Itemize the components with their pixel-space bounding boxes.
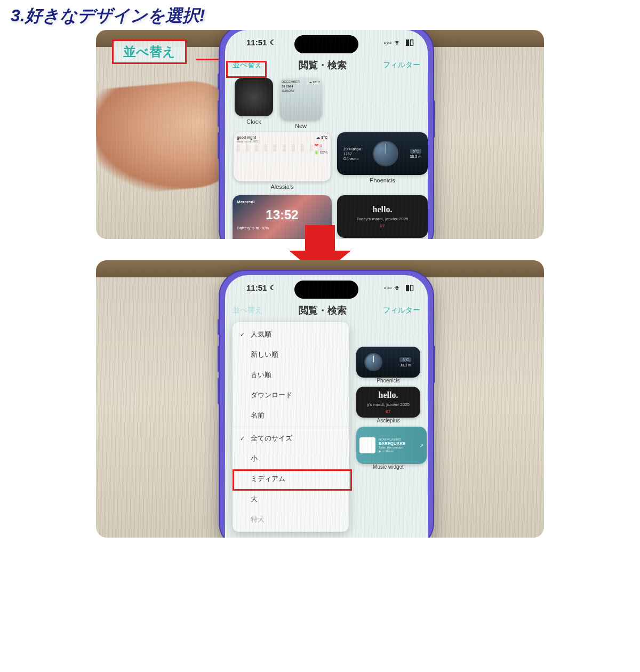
status-time: 11:51 [246, 283, 267, 292]
page-title: 閲覧・検索 [299, 304, 347, 317]
battery-icon: ▮▯ [405, 283, 414, 292]
instruction-title: 3.好きなデザインを選択! [0, 0, 640, 30]
widget-phoenicis[interactable]: 20 января1167Облачно 5°C38,3 m Phoenicis [337, 132, 428, 190]
widget-alessia[interactable]: good night☁ 3°C step count: 921 📅 1🔋 65%… [233, 132, 332, 190]
menu-item-download[interactable]: ダウンロード [233, 385, 349, 405]
wifi-icon: ◦◦◦ ᯤ [383, 283, 402, 292]
widget-new-label: New [295, 123, 307, 129]
sort-button-highlight [226, 61, 267, 78]
widget-clock[interactable]: Clock [235, 78, 273, 129]
iphone-frame: 11:51☾ ◦◦◦ ᯤ▮▯ 並べ替え 閲覧・検索 フィルター ✓人気順 新しい… [219, 270, 434, 538]
widget-music-label: Music widget [356, 464, 420, 470]
battery-icon: ▮▯ [405, 37, 414, 47]
widget-alessia-label: Alessia's [270, 183, 293, 190]
focus-moon-icon: ☾ [270, 38, 276, 46]
widget-phoenicis-label: Phoenicis [370, 177, 395, 183]
focus-moon-icon: ☾ [270, 284, 276, 292]
menu-item-large[interactable]: 大 [233, 489, 349, 509]
filter-button[interactable]: フィルター [383, 306, 420, 315]
widget-music[interactable]: NOW PLAYING EARFQUAKE Tyler, the creator… [356, 427, 420, 470]
menu-item-popular[interactable]: ✓人気順 [233, 324, 349, 345]
wifi-icon: ◦◦◦ ᯤ [383, 38, 402, 47]
menu-item-xlarge[interactable]: 特大 [233, 509, 349, 530]
widget-hello[interactable]: hello. Today's mardi, janvier 2025 07 [337, 195, 428, 239]
menu-item-newest[interactable]: 新しい順 [233, 345, 349, 365]
panel-after: 11:51☾ ◦◦◦ ᯤ▮▯ 並べ替え 閲覧・検索 フィルター ✓人気順 新しい… [96, 260, 544, 538]
sort-callout-label: 並べ替え [112, 39, 187, 64]
menu-item-small[interactable]: 小 [233, 449, 349, 469]
status-time: 11:51 [246, 38, 267, 47]
panel-before: 並べ替え 11:51☾ ◦◦◦ ᯤ▮▯ 並べ替え 閲覧・検索 フィルター [96, 30, 544, 239]
sort-menu: ✓人気順 新しい順 古い順 ダウンロード 名前 ✓全てのサイズ 小 ミディアム … [233, 322, 349, 532]
menu-item-all-sizes[interactable]: ✓全てのサイズ [233, 428, 349, 449]
widget-new[interactable]: DECEMBER☁ 28°C 29 2024 SUNDAY New [279, 78, 322, 129]
status-bar: 11:51☾ ◦◦◦ ᯤ▮▯ [233, 275, 420, 300]
sort-button[interactable]: 並べ替え [233, 306, 262, 315]
medium-highlight [233, 469, 352, 491]
status-bar: 11:51☾ ◦◦◦ ᯤ▮▯ [233, 30, 420, 54]
menu-item-oldest[interactable]: 古い順 [233, 365, 349, 385]
widget-clock-label: Clock [246, 118, 261, 125]
menu-item-name[interactable]: 名前 [233, 405, 349, 426]
page-title: 閲覧・検索 [299, 59, 347, 71]
widget-asclepius-label: Asclepius [356, 418, 420, 423]
widget-asclepius[interactable]: hello. y's mardi, janvier 2025 07 Asclep… [356, 387, 420, 423]
widget-phoenicis[interactable]: 5°C38,3 m Phoenicis [356, 347, 420, 383]
share-icon: ↗ [419, 443, 423, 449]
widget-phoenicis-label: Phoenicis [356, 378, 420, 383]
filter-button[interactable]: フィルター [383, 60, 420, 70]
